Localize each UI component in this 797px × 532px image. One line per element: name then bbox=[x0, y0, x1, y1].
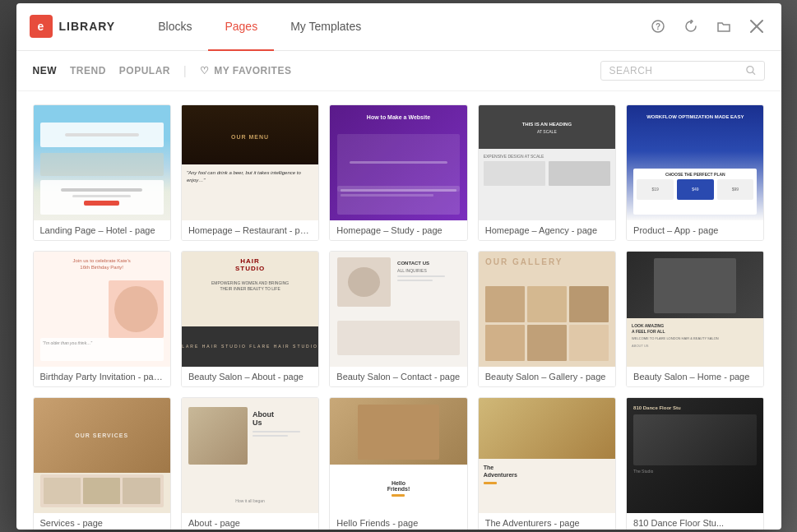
favorites-button[interactable]: ♡ MY FAVORITES bbox=[200, 65, 292, 76]
template-label: The Adventurers - page bbox=[479, 513, 615, 530]
folder-button[interactable] bbox=[712, 15, 735, 38]
template-card-beauty-gallery[interactable]: PRO OUR GALLERY bbox=[478, 251, 616, 387]
template-card-agency[interactable]: THIS IS AN HEADINGAT SCALE EXPENSIVE DES… bbox=[478, 104, 616, 241]
template-card-restaurant[interactable]: OUR MENU "Any fool can drink a beer, but… bbox=[181, 104, 319, 241]
template-thumbnail: THIS IS AN HEADINGAT SCALE EXPENSIVE DES… bbox=[479, 105, 615, 220]
template-card-services[interactable]: PRO OUR SERVICES bbox=[33, 397, 171, 530]
template-thumbnail: PRO 810 Dance Floor Stu The Studio bbox=[627, 398, 763, 513]
search-input[interactable] bbox=[609, 65, 739, 76]
tab-blocks[interactable]: Blocks bbox=[141, 3, 208, 51]
template-card-product[interactable]: WORKFLOW OPTIMIZATION MADE EASY CHOOSE T… bbox=[626, 104, 764, 241]
template-card-hello[interactable]: PRO HelloFriends! bbox=[329, 397, 467, 530]
template-label: 810 Dance Floor Stu... bbox=[627, 513, 763, 530]
template-label: Birthday Party Invitation - page bbox=[34, 367, 170, 386]
template-thumbnail: PRO LOOK AMAZINGA FEEL FOR ALL WELCOME T… bbox=[627, 252, 763, 367]
template-card-study[interactable]: How to Make a Website Homepage – Study -… bbox=[329, 104, 467, 241]
template-label: Homepage – Study - page bbox=[330, 220, 466, 240]
template-label: Hello Friends - page bbox=[330, 513, 466, 530]
template-card-beauty-about[interactable]: PRO HAIR STUDIO EMPOWERING WOMEN AND BRI… bbox=[181, 251, 319, 387]
templates-grid-wrapper[interactable]: Landing Page – Hotel - page OUR MENU "An… bbox=[16, 91, 781, 530]
template-card-about[interactable]: PRO AboutUs bbox=[181, 397, 319, 530]
modal-header: e LIBRARY Blocks Pages My Templates ? bbox=[16, 3, 781, 51]
template-label: Beauty Salon – Gallery - page bbox=[479, 367, 615, 386]
svg-line-5 bbox=[753, 72, 755, 75]
search-container bbox=[600, 61, 765, 81]
template-card-landing-hotel[interactable]: Landing Page – Hotel - page bbox=[33, 104, 171, 241]
template-thumbnail: How to Make a Website bbox=[330, 105, 466, 220]
template-label: Product – App - page bbox=[627, 220, 763, 240]
template-label: Beauty Salon – Home - page bbox=[627, 367, 763, 386]
template-thumbnail: PRO OUR SERVICES bbox=[34, 398, 170, 513]
template-thumbnail: PRO CONTACT US ALL INQUIRIES bbox=[330, 252, 466, 367]
favorites-label: MY FAVORITES bbox=[214, 65, 291, 76]
template-thumbnail: WORKFLOW OPTIMIZATION MADE EASY CHOOSE T… bbox=[627, 105, 763, 220]
template-card-beauty-home[interactable]: PRO LOOK AMAZINGA FEEL FOR ALL WELCOME T… bbox=[626, 251, 764, 387]
template-label: Homepage – Restaurant - page bbox=[182, 220, 318, 240]
template-thumbnail bbox=[34, 105, 170, 220]
template-label: Beauty Salon – About - page bbox=[182, 367, 318, 386]
template-card-beauty-contact[interactable]: PRO CONTACT US ALL INQUIRIES bbox=[329, 251, 467, 387]
template-label: About - page bbox=[182, 513, 318, 530]
template-thumbnail: PRO Join us to celebrate Kate's16th Birt… bbox=[34, 252, 170, 367]
refresh-button[interactable] bbox=[679, 15, 702, 38]
template-card-birthday[interactable]: PRO Join us to celebrate Kate's16th Birt… bbox=[33, 251, 171, 387]
template-thumbnail: PRO AboutUs bbox=[182, 398, 318, 513]
library-modal: e LIBRARY Blocks Pages My Templates ? bbox=[16, 3, 781, 530]
content-area: Landing Page – Hotel - page OUR MENU "An… bbox=[16, 91, 781, 530]
filter-tabs: NEW TREND POPULAR bbox=[33, 65, 171, 76]
templates-grid: Landing Page – Hotel - page OUR MENU "An… bbox=[33, 104, 765, 530]
svg-text:?: ? bbox=[655, 22, 660, 31]
help-button[interactable]: ? bbox=[646, 15, 670, 38]
header-tabs: Blocks Pages My Templates bbox=[141, 3, 646, 50]
elementor-icon: e bbox=[30, 15, 53, 38]
template-label: Landing Page – Hotel - page bbox=[34, 220, 170, 240]
template-card-810[interactable]: PRO 810 Dance Floor Stu The Studio bbox=[626, 397, 764, 530]
search-icon bbox=[746, 65, 756, 76]
heart-icon: ♡ bbox=[200, 65, 210, 76]
template-label: Homepage – Agency - page bbox=[479, 220, 615, 240]
tab-pages[interactable]: Pages bbox=[208, 3, 274, 51]
close-button[interactable] bbox=[745, 15, 768, 38]
filter-trend[interactable]: TREND bbox=[70, 65, 106, 76]
template-label: Beauty Salon – Contact - page bbox=[330, 367, 466, 386]
filter-divider: | bbox=[183, 64, 187, 77]
library-title: LIBRARY bbox=[59, 20, 116, 33]
library-logo: e LIBRARY bbox=[30, 15, 116, 38]
filter-new[interactable]: NEW bbox=[33, 65, 58, 76]
template-thumbnail: PRO HAIR STUDIO EMPOWERING WOMEN AND BRI… bbox=[182, 252, 318, 367]
template-card-adventurers[interactable]: PRO TheAdventurers The Adventurers - pag… bbox=[478, 397, 616, 530]
template-thumbnail: PRO OUR GALLERY bbox=[479, 252, 615, 367]
template-thumbnail: OUR MENU "Any fool can drink a beer, but… bbox=[182, 105, 318, 220]
tab-my-templates[interactable]: My Templates bbox=[274, 3, 378, 51]
template-thumbnail: PRO TheAdventurers bbox=[479, 398, 615, 513]
filter-popular[interactable]: POPULAR bbox=[119, 65, 170, 76]
filter-bar: NEW TREND POPULAR | ♡ MY FAVORITES bbox=[16, 51, 781, 91]
header-actions: ? bbox=[646, 15, 768, 38]
template-thumbnail: PRO HelloFriends! bbox=[330, 398, 466, 513]
template-label: Services - page bbox=[34, 513, 170, 530]
